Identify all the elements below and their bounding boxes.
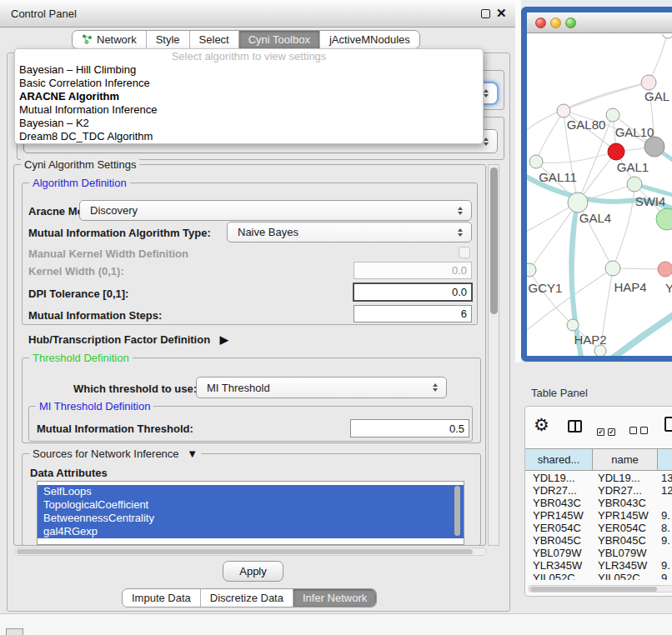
network-node[interactable] — [627, 177, 642, 192]
desktop-strip — [521, 0, 672, 7]
list-scrollbar-thumb[interactable] — [454, 486, 460, 536]
tab-cyni-toolbox[interactable]: Cyni Toolbox — [238, 31, 319, 48]
float-icon[interactable] — [481, 9, 490, 18]
table-row[interactable]: YDR27...YDR27...12 — [525, 484, 672, 497]
attribute-item-selected[interactable]: gal4RGexp — [38, 525, 464, 538]
network-node[interactable] — [606, 108, 619, 122]
network-node[interactable] — [656, 208, 672, 230]
zoom-traffic-light[interactable] — [565, 18, 576, 28]
aracne-mode-combo[interactable]: Discovery — [79, 200, 472, 221]
tab-select[interactable]: Select — [189, 31, 238, 48]
network-node[interactable] — [662, 34, 672, 38]
columns-icon[interactable] — [568, 420, 582, 432]
algorithm-item[interactable]: Mutual Information Inference — [15, 103, 483, 117]
table-row[interactable]: YER054CYER054C8. — [525, 522, 672, 534]
table-cell — [658, 497, 672, 509]
settings-vertical-scrollbar[interactable] — [488, 164, 499, 546]
table-cell: YDR27... — [525, 484, 593, 497]
cyni-bottom-tabs: Impute Data Discretize Data Infer Networ… — [122, 588, 377, 608]
network-canvas[interactable]: GALGAL80GAL10GAL1GAL11SWI4GAL4GCY1HAP4YH… — [527, 34, 672, 356]
table-row[interactable]: YLR345WYLR345W9. — [525, 559, 672, 572]
data-attributes-list[interactable]: SelfLoopsTopologicalCoefficientBetweenne… — [37, 481, 464, 545]
table-row[interactable]: YIL052CYIL052C9. — [525, 572, 672, 580]
network-node[interactable] — [567, 319, 579, 331]
table-row[interactable]: YPR145WYPR145W9. — [525, 509, 672, 522]
tab-infer-network[interactable]: Infer Network — [293, 589, 376, 607]
mi-steps-value: 6 — [461, 308, 467, 320]
tab-jactivemnodules[interactable]: jActiveMNodules — [319, 31, 419, 48]
node-label: GAL80 — [567, 118, 606, 132]
algorithm-item[interactable]: Basic Correlation Inference — [15, 77, 483, 90]
table-cell — [658, 547, 672, 559]
table-row[interactable]: YDL19...YDL19...13 — [525, 472, 672, 484]
attribute-item-selected[interactable]: TopologicalCoefficient — [38, 498, 464, 512]
dpi-tolerance-label: DPI Tolerance [0,1]: — [28, 288, 128, 300]
network-window-titlebar[interactable] — [527, 12, 672, 33]
table-cell: 12 — [658, 484, 672, 497]
mi-steps-field[interactable]: 6 — [354, 305, 472, 322]
which-threshold-combo[interactable]: MI Threshold — [196, 377, 447, 398]
column-header-name[interactable]: name — [593, 449, 658, 470]
table-row[interactable]: YBR045CYBR045C9. — [525, 534, 672, 547]
tab-label: Infer Network — [303, 592, 367, 604]
panel-gap — [515, 0, 521, 362]
network-node[interactable] — [658, 262, 672, 277]
page-icon[interactable] — [664, 417, 672, 432]
algorithm-item[interactable]: Bayesian – K2 — [15, 117, 483, 130]
scrollbar-thumb[interactable] — [17, 549, 473, 554]
network-node[interactable] — [568, 192, 588, 212]
mi-type-combo[interactable]: Naive Bayes — [227, 222, 472, 242]
scrollbar-thumb[interactable] — [530, 587, 657, 592]
algorithm-item[interactable]: Dream8 DC_TDC Algorithm — [15, 130, 483, 143]
close-traffic-light[interactable] — [535, 18, 546, 28]
column-header-extra[interactable] — [658, 449, 672, 470]
network-view-window[interactable]: GALGAL80GAL10GAL1GAL11SWI4GAL4GCY1HAP4YH… — [521, 7, 672, 362]
table-cell: YLR345W — [593, 559, 658, 572]
network-node[interactable] — [644, 137, 664, 157]
network-node[interactable] — [608, 143, 624, 160]
table-cell: YBR045C — [525, 534, 593, 547]
gear-icon[interactable]: ⚙ — [534, 416, 549, 433]
mi-threshold-field[interactable]: 0.5 — [350, 419, 469, 438]
attribute-item-selected[interactable]: BetweennessCentrality — [38, 512, 464, 525]
tab-discretize-data[interactable]: Discretize Data — [200, 589, 293, 607]
apply-button[interactable]: Apply — [223, 561, 283, 582]
node-label: GAL1 — [617, 160, 649, 174]
checked-columns-icon[interactable]: ✓✓ — [597, 422, 619, 438]
tab-style[interactable]: Style — [146, 31, 189, 48]
dpi-tolerance-field[interactable]: 0.0 — [353, 282, 473, 302]
minimize-traffic-light[interactable] — [550, 18, 561, 28]
close-icon[interactable]: ✕ — [496, 6, 507, 21]
tab-impute-data[interactable]: Impute Data — [123, 589, 200, 607]
network-node[interactable] — [557, 104, 570, 118]
network-node[interactable] — [529, 155, 543, 168]
which-threshold-value: MI Threshold — [207, 382, 270, 394]
table-row[interactable]: YBL079WYBL079W — [525, 547, 672, 559]
tab-network[interactable]: Network — [73, 31, 146, 48]
data-attributes-label: Data Attributes — [30, 467, 108, 479]
node-label: Y — [665, 281, 672, 295]
table-row[interactable]: YBR043CYBR043C — [525, 497, 672, 509]
table-horizontal-scrollbar[interactable] — [528, 585, 672, 592]
settings-group-title: Cyni Algorithm Settings — [21, 158, 139, 171]
algorithm-item[interactable]: ARACNE Algorithm — [15, 90, 483, 103]
network-node[interactable] — [594, 345, 606, 356]
algorithm-item[interactable]: Bayesian – Hill Climbing — [15, 63, 483, 77]
settings-horizontal-scrollbar[interactable] — [14, 548, 487, 556]
hub-definition-label: Hub/Transcription Factor Definition — [28, 333, 210, 346]
column-header-shared[interactable]: shared... — [525, 449, 593, 470]
scrollbar-thumb[interactable] — [490, 168, 498, 314]
sources-group-title[interactable]: Sources for Network Inference ▼ — [29, 448, 201, 460]
network-node[interactable] — [641, 75, 656, 90]
table-cell: YBR043C — [593, 497, 658, 509]
hub-definition-toggle[interactable]: Hub/Transcription Factor Definition ▶ — [28, 333, 228, 346]
checkbox-empty-icon — [629, 427, 637, 434]
attribute-item-selected[interactable]: SelfLoops — [38, 485, 464, 498]
manual-kernel-checkbox[interactable] — [459, 247, 470, 258]
bottom-left-widget[interactable] — [6, 628, 23, 635]
network-node[interactable] — [527, 263, 536, 277]
network-node[interactable] — [605, 261, 620, 276]
unchecked-columns-icon[interactable] — [629, 422, 651, 438]
kernel-width-field[interactable]: 0.0 — [354, 262, 472, 279]
tab-label: Cyni Toolbox — [248, 33, 310, 46]
